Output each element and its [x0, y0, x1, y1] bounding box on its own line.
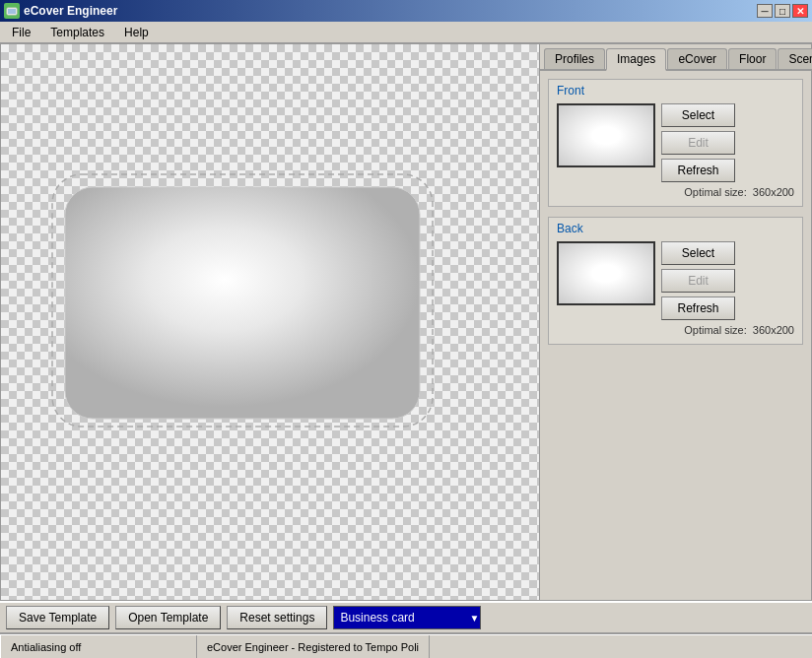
front-section: Front Select Edit Refresh Optimal size: … — [548, 79, 803, 207]
card-visual — [50, 172, 435, 428]
back-refresh-button[interactable]: Refresh — [661, 296, 735, 320]
reset-settings-button[interactable]: Reset settings — [227, 606, 327, 629]
front-label: Front — [557, 84, 794, 98]
front-select-button[interactable]: Select — [661, 103, 735, 127]
open-template-button[interactable]: Open Template — [115, 606, 221, 629]
back-optimal-label: Optimal size: — [684, 324, 747, 336]
back-select-button[interactable]: Select — [661, 241, 735, 265]
panel-content: Front Select Edit Refresh Optimal size: … — [540, 71, 811, 600]
app-icon — [4, 3, 20, 19]
front-edit-button[interactable]: Edit — [661, 131, 735, 155]
back-edit-button[interactable]: Edit — [661, 269, 735, 293]
save-template-button[interactable]: Save Template — [6, 606, 109, 629]
back-optimal-row: Optimal size: 360x200 — [557, 324, 794, 336]
tab-scene[interactable]: Scene — [778, 48, 812, 69]
front-refresh-button[interactable]: Refresh — [661, 159, 735, 182]
back-image-preview — [557, 241, 655, 305]
front-image-row: Select Edit Refresh — [557, 103, 794, 182]
title-bar-buttons: ─ □ ✕ — [757, 4, 808, 18]
front-optimal-row: Optimal size: 360x200 — [557, 186, 794, 198]
template-select[interactable]: Business card Postcard CD Cover DVD Cove… — [333, 606, 481, 629]
tab-profiles[interactable]: Profiles — [544, 48, 605, 69]
front-image-buttons: Select Edit Refresh — [661, 103, 735, 182]
menu-templates[interactable]: Templates — [42, 24, 112, 41]
maximize-button[interactable]: □ — [775, 4, 790, 18]
canvas-area — [1, 44, 540, 600]
title-bar: eCover Engineer ─ □ ✕ — [0, 0, 812, 22]
back-section: Back Select Edit Refresh Optimal size: 3… — [548, 217, 803, 345]
back-optimal-value: 360x200 — [753, 324, 794, 336]
svg-rect-1 — [8, 9, 16, 14]
antialiasing-status: Antialiasing off — [0, 635, 197, 658]
right-panel: Profiles Images eCover Floor Scene Light… — [540, 44, 811, 600]
svg-rect-3 — [65, 187, 420, 419]
close-button[interactable]: ✕ — [792, 4, 808, 18]
front-optimal-label: Optimal size: — [684, 186, 747, 198]
menu-bar: File Templates Help — [0, 22, 812, 43]
back-label: Back — [557, 222, 794, 235]
menu-help[interactable]: Help — [116, 24, 157, 41]
app-title: eCover Engineer — [24, 4, 117, 18]
status-bar: Antialiasing off eCover Engineer - Regis… — [0, 634, 812, 658]
registered-status: eCover Engineer - Registered to Tempo Po… — [197, 635, 430, 658]
title-bar-left: eCover Engineer — [4, 3, 117, 19]
main-container: Profiles Images eCover Floor Scene Light… — [0, 43, 812, 601]
front-image-preview — [557, 103, 655, 167]
front-optimal-value: 360x200 — [753, 186, 794, 198]
bottom-toolbar: Save Template Open Template Reset settin… — [0, 601, 812, 634]
minimize-button[interactable]: ─ — [757, 4, 773, 18]
back-image-row: Select Edit Refresh — [557, 241, 794, 320]
back-image-buttons: Select Edit Refresh — [661, 241, 735, 320]
tab-images[interactable]: Images — [606, 48, 666, 71]
tabs-container: Profiles Images eCover Floor Scene Light — [540, 44, 811, 71]
tab-floor[interactable]: Floor — [728, 48, 777, 69]
tab-ecover[interactable]: eCover — [667, 48, 727, 69]
menu-file[interactable]: File — [4, 24, 38, 41]
template-select-wrapper: Business card Postcard CD Cover DVD Cove… — [333, 606, 481, 629]
